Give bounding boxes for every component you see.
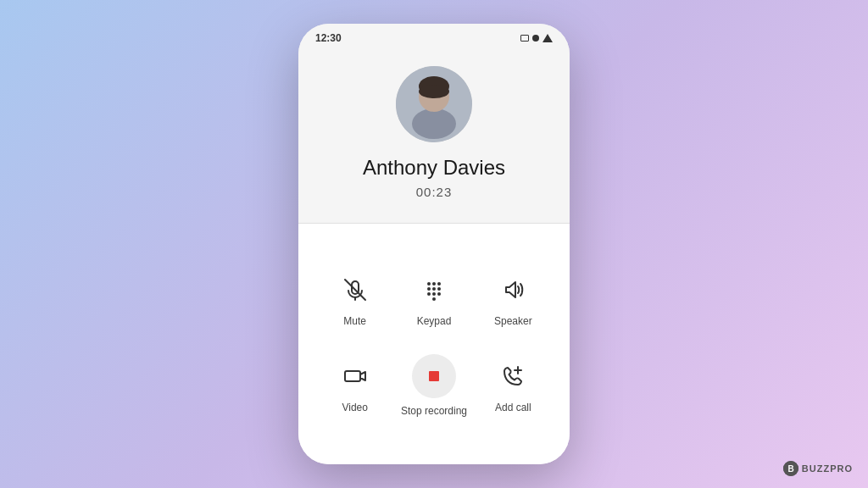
stop-recording-icon: [412, 354, 456, 398]
caller-name: Anthony Davies: [363, 156, 505, 180]
call-controls: Mute: [298, 224, 570, 464]
mute-icon: [337, 271, 374, 308]
svg-point-11: [427, 287, 431, 291]
add-call-label: Add call: [495, 402, 531, 413]
svg-point-15: [432, 292, 436, 296]
call-timer: 00:23: [416, 185, 453, 199]
speaker-button[interactable]: Speaker: [474, 261, 553, 337]
svg-marker-0: [542, 34, 553, 42]
svg-point-9: [432, 282, 436, 286]
status-bar: 12:30: [298, 24, 570, 49]
buzzpro-icon: B: [783, 461, 798, 476]
svg-point-14: [427, 292, 431, 296]
status-icons: [520, 34, 553, 42]
mute-button[interactable]: Mute: [315, 261, 394, 337]
wifi-icon: [542, 34, 553, 42]
signal-dot-icon: [532, 35, 539, 42]
video-icon: [337, 358, 374, 395]
stop-recording-button[interactable]: Stop recording: [394, 344, 473, 427]
svg-point-16: [437, 292, 441, 296]
watermark: B BUZZPRO: [783, 461, 853, 476]
keypad-icon: [415, 271, 453, 308]
keypad-button[interactable]: Keypad: [394, 261, 473, 337]
battery-icon: [520, 35, 529, 42]
svg-point-8: [427, 282, 431, 286]
call-info-section: Anthony Davies 00:23: [298, 49, 570, 223]
svg-rect-19: [429, 371, 439, 381]
svg-rect-18: [345, 371, 360, 381]
video-label: Video: [342, 402, 367, 413]
buzzpro-text: BUZZPRO: [802, 463, 853, 474]
svg-point-5: [419, 85, 449, 98]
keypad-label: Keypad: [417, 315, 452, 327]
svg-point-10: [437, 282, 441, 286]
add-call-icon: [494, 358, 531, 395]
controls-grid: Mute: [315, 261, 553, 427]
add-call-button[interactable]: Add call: [474, 344, 553, 427]
speaker-icon: [494, 271, 531, 308]
speaker-label: Speaker: [494, 315, 532, 327]
video-button[interactable]: Video: [315, 344, 394, 427]
svg-point-13: [437, 287, 441, 291]
mute-label: Mute: [343, 315, 366, 327]
avatar: [396, 66, 472, 142]
stop-recording-label: Stop recording: [401, 405, 467, 417]
status-time: 12:30: [315, 32, 342, 44]
svg-text:B: B: [787, 464, 793, 474]
svg-point-2: [412, 108, 456, 139]
svg-point-12: [432, 287, 436, 291]
svg-point-17: [432, 297, 436, 301]
phone-mockup: 12:30 Anthony Davies 00:23: [298, 24, 570, 464]
